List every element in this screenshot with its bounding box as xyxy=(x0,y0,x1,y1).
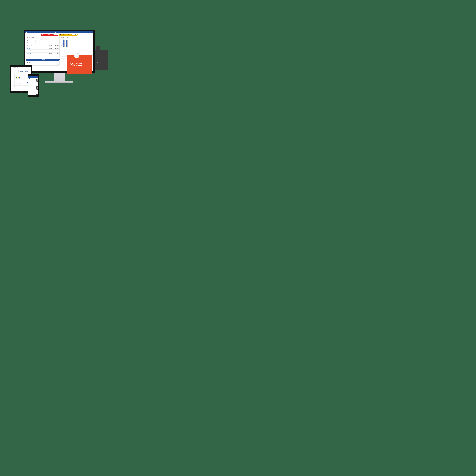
list-item[interactable]: ——paid xyxy=(28,80,38,81)
status-column-header: Status xyxy=(27,64,59,65)
col-invoices[interactable]: Open Invoices xyxy=(38,44,46,45)
chart-bar xyxy=(67,40,68,47)
calendar-cell[interactable]: 26 xyxy=(17,83,20,85)
list-item[interactable]: ——paid xyxy=(28,81,38,82)
tablet-title: Payments Calendar xyxy=(11,67,31,68)
col-company[interactable]: Company Name xyxy=(27,44,38,45)
summary-box: AutoPay$0.00Review Now xyxy=(19,69,24,72)
chart-bar xyxy=(66,40,67,47)
list-item[interactable]: ——paid xyxy=(28,89,38,90)
calendar-cell[interactable]: 5 xyxy=(17,76,20,78)
month-next-icon[interactable]: › xyxy=(23,68,23,69)
table-row[interactable]: BNG Design1$5,740.00$5,740.00 xyxy=(27,50,59,51)
pager-next-icon[interactable]: › xyxy=(58,56,59,57)
list-item[interactable]: ——paid xyxy=(28,91,38,93)
calendar-cell[interactable] xyxy=(15,85,17,88)
close-icon[interactable]: × xyxy=(92,32,93,33)
calendar-cell[interactable]: 28 xyxy=(23,83,25,85)
table-row[interactable]: Iowa Sports Central5$45,362.00$45,362.00 xyxy=(27,45,59,47)
resolve-now-button[interactable]: Resolve Now xyxy=(52,34,58,35)
list-item[interactable]: ——paid xyxy=(28,79,38,80)
tab-activity[interactable]: Activity xyxy=(29,78,31,79)
col-pastdue[interactable]: Past Due xyxy=(52,44,59,45)
menu-icon[interactable] xyxy=(26,32,27,33)
legend-swatch-pastdue xyxy=(66,38,67,39)
calendar-cell[interactable]: 24 xyxy=(12,83,15,85)
calendar-cell[interactable]: 11 xyxy=(15,78,17,81)
calendar-cell[interactable]: 20 xyxy=(20,81,23,83)
table-row[interactable]: 2$203.33$203.33 xyxy=(27,54,59,56)
list-item[interactable]: ——paid xyxy=(28,82,38,84)
calendar-cell[interactable]: 19 xyxy=(17,81,20,83)
summary-box: Scheduled$48,556.75 xyxy=(14,69,18,72)
col-balance[interactable]: Balance xyxy=(46,44,52,45)
calendar-cell[interactable]: 13 xyxy=(20,78,23,81)
calendar-cell[interactable] xyxy=(23,73,25,76)
tablet-home-button[interactable] xyxy=(21,91,22,93)
status-badge: paid xyxy=(36,89,38,90)
calendar-cell[interactable]: 3 xyxy=(61,59,66,61)
status-badge: paid xyxy=(36,79,38,80)
tab-all[interactable]: All xyxy=(31,78,32,79)
list-item[interactable]: ——paid xyxy=(28,85,38,86)
calendar-cell[interactable]: 12 xyxy=(17,78,20,81)
table-row[interactable]: RS Company1$1,055.00$1,055.00 xyxy=(27,52,59,54)
highest-balances-card: Highest Balances Total Due Past Due $50,… xyxy=(61,36,92,50)
list-item[interactable]: ——paid xyxy=(28,84,38,85)
pager-text: 1 – 7 of 7 xyxy=(55,56,57,57)
all-customers-button[interactable]: All Customers xyxy=(26,59,60,61)
puzzle-connectbooster: Connect Booster A Kaseya COMPANY xyxy=(68,53,92,74)
payments-calendar-title: Payments Calendar xyxy=(61,51,91,52)
list-item[interactable]: ——paid xyxy=(28,88,38,89)
pager-prev-icon[interactable]: ‹ xyxy=(58,56,58,57)
calendar-cell[interactable] xyxy=(20,85,23,88)
calendar-cell[interactable] xyxy=(20,73,23,76)
calendar-cell[interactable]: 25 xyxy=(15,83,17,85)
calendar-cell[interactable]: 4 xyxy=(15,76,17,78)
external-link-icon[interactable] xyxy=(29,62,29,63)
status-badge: paid xyxy=(36,84,38,84)
calendar-cell[interactable] xyxy=(61,56,66,59)
open-invoices-label: Open Invoices xyxy=(43,38,48,39)
review-now-button[interactable]: Review Now xyxy=(20,71,23,72)
list-item[interactable]: ——paid xyxy=(28,87,38,88)
calendar-cell[interactable] xyxy=(15,73,17,76)
announcement-icon[interactable] xyxy=(86,32,87,33)
calendar-cell[interactable]: 27 xyxy=(20,83,23,85)
calendar-cell[interactable]: 10 xyxy=(12,78,15,81)
review-now-button[interactable]: Review Now xyxy=(25,71,28,72)
calendar-cell[interactable]: 18 xyxy=(15,81,17,83)
status-badge: paid xyxy=(36,83,38,83)
calendar-cell[interactable]: 7 xyxy=(23,76,25,78)
alert-sync-text: 1 Payments Failing To Sync! xyxy=(41,34,51,35)
calendar-cell[interactable] xyxy=(12,73,15,76)
calendar-cell[interactable] xyxy=(12,85,15,88)
list-item[interactable]: ——paid xyxy=(28,94,38,95)
education-icon[interactable] xyxy=(88,32,89,33)
calendar-cell[interactable]: 3 xyxy=(12,76,15,78)
status-badge: paid xyxy=(36,80,38,81)
list-item[interactable]: ——paid xyxy=(28,90,38,91)
month-prev-icon[interactable]: ‹ xyxy=(19,68,20,69)
calendar-cell[interactable]: 14 xyxy=(23,78,25,81)
phone-home-button[interactable] xyxy=(33,95,34,96)
balance-chart: $50,000.00$45,000.00$40,000.00$35,000.00… xyxy=(61,39,91,47)
app-header: Connect Booster × xyxy=(25,31,93,33)
calendar-cell[interactable]: 6 xyxy=(20,76,23,78)
table-row[interactable]: Ponderosa Ranch1$1,075.00$1,075.00 xyxy=(27,51,59,52)
table-row[interactable]: XYZ Test Company5$44,519.25$44,519.25 xyxy=(27,47,59,48)
list-item[interactable]: ——paid xyxy=(28,86,38,87)
cb-booster: Booster xyxy=(74,64,82,67)
calendar-cell[interactable] xyxy=(17,85,20,88)
calendar-cell[interactable] xyxy=(23,85,25,88)
calendar-cell[interactable]: 17 xyxy=(12,81,15,83)
app-logo: Connect Booster xyxy=(55,32,64,33)
search-icon[interactable] xyxy=(89,32,90,33)
calendar-cell[interactable] xyxy=(17,73,20,76)
list-item[interactable]: ——paid xyxy=(28,93,38,94)
ar-search-input[interactable]: Search A/R by Company xyxy=(27,41,59,43)
calendar-cell[interactable]: 21 xyxy=(23,81,25,83)
status-badge: paid xyxy=(36,91,38,91)
review-now-button[interactable]: Review Now xyxy=(72,34,77,35)
table-row[interactable]: Demo Company6$33,739.50$33,739.50 xyxy=(27,48,59,50)
